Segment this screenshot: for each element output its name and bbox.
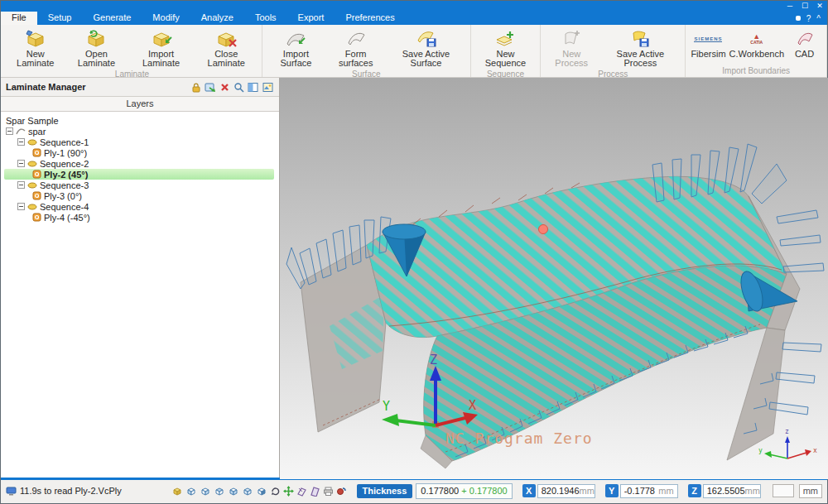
cworkbench-button[interactable]: ▲CATIA C.Workbench — [728, 27, 786, 60]
expander-toggle[interactable] — [17, 138, 25, 146]
shade-view-icon[interactable] — [310, 486, 320, 497]
image-view-icon[interactable] — [262, 82, 274, 93]
import-laminate-button[interactable]: Import Laminate — [128, 27, 194, 69]
save-active-process-button[interactable]: Save Active Process — [599, 27, 681, 69]
maximize-icon[interactable]: ☐ — [797, 2, 812, 10]
status-bar: 11.9s to read Ply-2.VcPly Thickness 0.17… — [1, 480, 827, 503]
ribbon-toolbar: New Laminate Open Laminate Import Lamina… — [1, 25, 827, 78]
y-coordinate: Y -0.1778mm — [605, 484, 678, 498]
3d-viewport[interactable]: Z Y X NC Program Zero z x y — [280, 78, 827, 478]
save-active-surface-button[interactable]: Save Active Surface — [385, 27, 466, 69]
y-axis-badge: Y — [605, 484, 619, 497]
new-sequence-button[interactable]: New Sequence — [474, 27, 537, 69]
x-axis-label: X — [469, 398, 476, 413]
sequence-icon — [27, 203, 37, 211]
mini-y-label: y — [758, 447, 763, 454]
view-cube-back-icon[interactable] — [200, 486, 211, 497]
menu-bar: File Setup Generate Modify Analyze Tools… — [1, 12, 827, 25]
sequence-icon — [27, 181, 37, 190]
delete-icon[interactable] — [219, 82, 230, 93]
layers-column-header[interactable]: Layers — [1, 97, 279, 112]
expander-toggle[interactable] — [17, 160, 25, 167]
import-surface-button[interactable]: Import Surface — [266, 27, 326, 69]
view-cube-top-icon[interactable] — [214, 486, 225, 497]
x-coordinate-field[interactable]: 820.1946mm — [537, 484, 595, 498]
mini-x-label: x — [813, 447, 817, 454]
menu-file[interactable]: File — [1, 12, 37, 25]
laminate-tree: Spar Sample spar Sequence-1 Ply-1 (90°) — [1, 112, 279, 478]
new-laminate-icon — [25, 28, 46, 50]
pan-view-icon[interactable] — [283, 486, 294, 497]
search-icon[interactable] — [233, 82, 244, 93]
cad-button[interactable]: CAD — [786, 27, 823, 60]
expander-toggle[interactable] — [17, 181, 25, 189]
x-coordinate: X 820.1946mm — [522, 484, 595, 498]
close-laminate-button[interactable]: Close Laminate — [195, 27, 258, 69]
y-coordinate-field[interactable]: -0.1778mm — [620, 484, 678, 498]
menu-setup[interactable]: Setup — [37, 12, 83, 25]
new-process-icon — [561, 28, 582, 50]
flip-view-icon[interactable] — [296, 486, 307, 497]
panel-title: Laminate Manager — [6, 82, 86, 92]
tree-item-sequence-1[interactable]: Sequence-1 — [4, 137, 279, 147]
ply-icon — [32, 148, 41, 157]
print-icon[interactable] — [323, 486, 334, 497]
tree-item-ply-2-selected[interactable]: Ply-2 (45°) — [4, 169, 274, 180]
menu-generate[interactable]: Generate — [82, 12, 142, 25]
sequence-icon — [27, 138, 37, 146]
close-icon[interactable]: ✕ — [812, 2, 827, 10]
menu-modify[interactable]: Modify — [142, 12, 190, 25]
form-surfaces-icon — [345, 28, 367, 50]
menu-tools[interactable]: Tools — [244, 12, 287, 25]
ply-icon — [32, 170, 41, 179]
ribbon-group-laminate: New Laminate Open Laminate Import Lamina… — [2, 25, 262, 77]
tree-item-spar-sample[interactable]: Spar Sample — [4, 115, 279, 126]
menu-export[interactable]: Export — [287, 12, 335, 25]
probe-point-marker[interactable] — [539, 225, 548, 234]
thickness-field[interactable]: 0.177800 + 0.177800 — [416, 483, 512, 499]
expander-toggle[interactable] — [17, 203, 25, 210]
view-cube-front-icon[interactable] — [185, 486, 197, 497]
split-view-icon[interactable] — [248, 82, 259, 93]
view-cube-bottom-icon[interactable] — [256, 486, 267, 497]
tree-item-ply-3[interactable]: Ply-3 (0°) — [4, 190, 279, 201]
close-laminate-icon — [215, 28, 237, 50]
ribbon-group-process: New Process Save Active Process Process — [541, 25, 686, 77]
tree-item-ply-4[interactable]: Ply-4 (-45°) — [4, 212, 279, 223]
minimize-icon[interactable]: ─ — [782, 2, 797, 10]
view-cube-iso-icon[interactable] — [171, 486, 183, 497]
expander-toggle[interactable] — [6, 127, 13, 135]
tree-item-sequence-3[interactable]: Sequence-3 — [4, 180, 279, 190]
view-cube-left-icon[interactable] — [228, 486, 239, 497]
tree-item-sequence-2[interactable]: Sequence-2 — [4, 158, 279, 169]
thickness-badge: Thickness — [357, 484, 413, 498]
menu-preferences[interactable]: Preferences — [335, 12, 405, 25]
tree-item-sequence-4[interactable]: Sequence-4 — [4, 201, 279, 212]
x-axis-badge: X — [522, 484, 536, 497]
record-icon[interactable] — [336, 486, 347, 497]
open-laminate-button[interactable]: Open Laminate — [65, 27, 128, 69]
quick-access-icon[interactable] — [796, 16, 801, 21]
save-active-surface-icon — [416, 28, 437, 50]
new-laminate-button[interactable]: New Laminate — [6, 27, 65, 69]
fibersim-button[interactable]: SIEMENS Fibersim — [689, 27, 727, 60]
application-window: ─ ☐ ✕ File Setup Generate Modify Analyze… — [0, 0, 828, 504]
z-coordinate: Z 162.5505mm — [688, 484, 761, 498]
export-view-icon[interactable] — [205, 82, 216, 93]
help-icon[interactable]: ? — [806, 14, 811, 23]
view-cube-right-icon[interactable] — [242, 486, 253, 497]
spare-value-field[interactable] — [773, 484, 794, 497]
rotate-view-icon[interactable] — [270, 486, 281, 497]
menu-analyze[interactable]: Analyze — [190, 12, 244, 25]
form-surfaces-button[interactable]: Form surfaces — [326, 27, 385, 69]
lock-icon[interactable] — [190, 82, 201, 93]
collapse-ribbon-icon[interactable]: ^ — [816, 14, 821, 23]
spare-unit-label: mm — [799, 484, 822, 498]
import-laminate-icon — [151, 28, 172, 50]
mini-z-label: z — [785, 428, 789, 435]
tree-item-spar[interactable]: spar — [4, 126, 279, 137]
spar-model-view[interactable]: Z Y X NC Program Zero z x y — [280, 78, 828, 479]
new-sequence-icon — [494, 28, 516, 50]
tree-item-ply-1[interactable]: Ply-1 (90°) — [4, 147, 279, 158]
z-coordinate-field[interactable]: 162.5505mm — [703, 484, 761, 498]
